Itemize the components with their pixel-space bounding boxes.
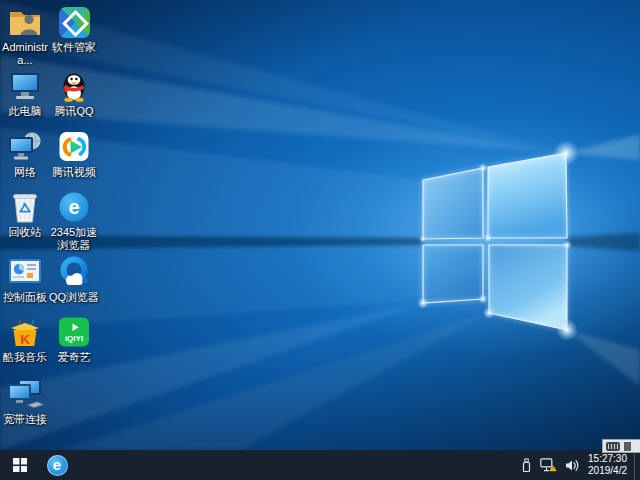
windows-logo-panes	[423, 153, 567, 330]
desktop-icon-broadband[interactable]: 宽带连接	[0, 377, 53, 426]
iqiyi-icon: iQIYI	[55, 315, 93, 349]
network-globe-icon	[6, 130, 44, 164]
desktop-icon-software-manager[interactable]: 软件管家	[46, 5, 102, 54]
desktop-icon-label: 2345加速浏览器	[46, 226, 102, 252]
desktop-icon-label: 宽带连接	[3, 413, 47, 426]
volume-icon[interactable]	[565, 450, 579, 480]
windows-desktop-screen: Administra... 此电脑	[0, 0, 640, 480]
e-browser-2345-icon: e	[55, 190, 93, 224]
kuwo-music-icon: ♪ ♪ K	[6, 315, 44, 349]
desktop-icon-2345-browser[interactable]: e 2345加速浏览器	[46, 190, 102, 252]
desktop-icon-iqiyi[interactable]: iQIYI 爱奇艺	[46, 315, 102, 364]
ime-menu-icon	[624, 442, 631, 451]
desktop-icon-tencent-video[interactable]: 腾讯视频	[46, 130, 102, 179]
svg-text:iQIYI: iQIYI	[65, 334, 83, 343]
desktop-icon-label: 爱奇艺	[58, 351, 91, 364]
desktop-icon-label: 腾讯QQ	[54, 105, 93, 118]
network-warning-icon[interactable]: !	[540, 450, 557, 480]
desktop-icon-tencent-qq[interactable]: 腾讯QQ	[46, 69, 102, 118]
desktop-icon-label: 酷我音乐	[3, 351, 47, 364]
taskbar-clock[interactable]: 15:27:30 2019/4/2	[588, 453, 627, 477]
desktop-icon-label: 软件管家	[52, 41, 96, 54]
e-browser-taskbar-icon: e	[47, 455, 68, 476]
svg-text:K: K	[20, 332, 30, 347]
qq-browser-icon	[55, 255, 93, 289]
desktop-icon-label: QQ浏览器	[49, 291, 99, 304]
desktop-icon-label: 网络	[14, 166, 36, 179]
software-manager-icon	[55, 5, 93, 39]
tencent-video-icon	[55, 130, 93, 164]
desktop-icon-label: 回收站	[9, 226, 42, 239]
show-desktop-button[interactable]	[634, 450, 640, 480]
desktop-icon-label: 腾讯视频	[52, 166, 96, 179]
svg-text:e: e	[68, 196, 79, 218]
control-panel-icon	[6, 255, 44, 289]
clock-date: 2019/4/2	[588, 465, 627, 477]
desktop-icon-label: 控制面板	[3, 291, 47, 304]
desktop-surface[interactable]: Administra... 此电脑	[0, 0, 640, 450]
desktop-icon-qq-browser[interactable]: QQ浏览器	[46, 255, 102, 304]
taskbar-pinned-browser[interactable]: e	[40, 450, 74, 480]
clock-time: 15:27:30	[588, 453, 627, 465]
desktop-icon-label: 此电脑	[9, 105, 42, 118]
recycle-bin-icon	[6, 190, 44, 224]
qq-penguin-icon	[55, 69, 93, 103]
start-button[interactable]	[0, 450, 40, 480]
taskbar: e !	[0, 450, 640, 480]
broadband-connection-icon	[6, 377, 44, 411]
windows-logo-icon	[13, 458, 27, 472]
usb-device-icon[interactable]	[521, 450, 532, 480]
user-folder-icon	[6, 5, 44, 39]
keyboard-icon	[606, 442, 620, 451]
this-pc-icon	[6, 69, 44, 103]
input-method-toolbar[interactable]	[602, 439, 640, 453]
system-tray: ! 15:27:30 2019/4/2	[517, 450, 640, 480]
